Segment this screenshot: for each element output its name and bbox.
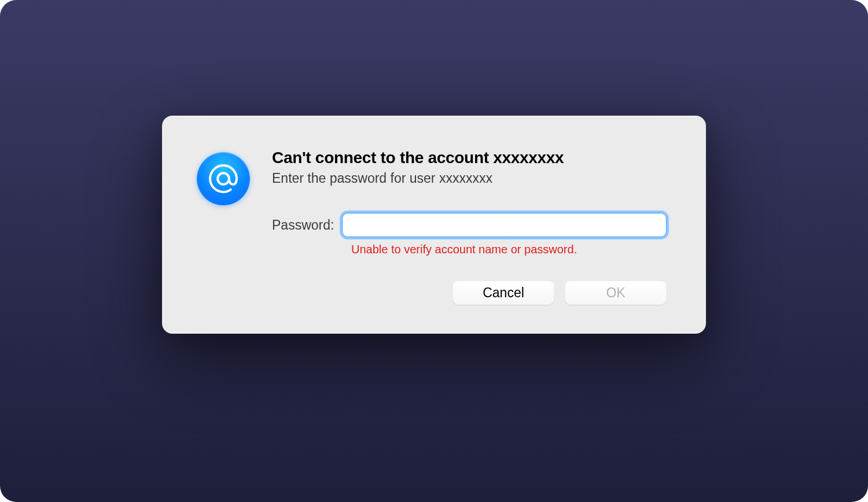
dialog-button-row: Cancel OK (272, 280, 667, 305)
dialog-title: Can't connect to the account xxxxxxxx (272, 149, 667, 167)
dialog-icon-column (197, 149, 250, 305)
dialog-subtitle: Enter the password for user xxxxxxxx (272, 171, 667, 186)
password-input[interactable] (342, 213, 667, 237)
dialog-shadow-wrapper: Can't connect to the account xxxxxxxx En… (162, 116, 706, 334)
error-row: Unable to verify account name or passwor… (272, 243, 667, 256)
error-spacer (272, 243, 351, 256)
password-field-label: Password: (272, 217, 334, 233)
dialog-content: Can't connect to the account xxxxxxxx En… (272, 149, 667, 305)
stage: Can't connect to the account xxxxxxxx En… (0, 0, 868, 502)
auth-dialog: Can't connect to the account xxxxxxxx En… (162, 116, 706, 334)
error-message: Unable to verify account name or passwor… (351, 243, 577, 256)
svg-point-0 (218, 173, 229, 184)
cancel-button[interactable]: Cancel (453, 280, 554, 305)
password-row: Password: (272, 213, 667, 237)
ok-button[interactable]: OK (565, 280, 667, 305)
at-sign-icon (197, 152, 250, 205)
